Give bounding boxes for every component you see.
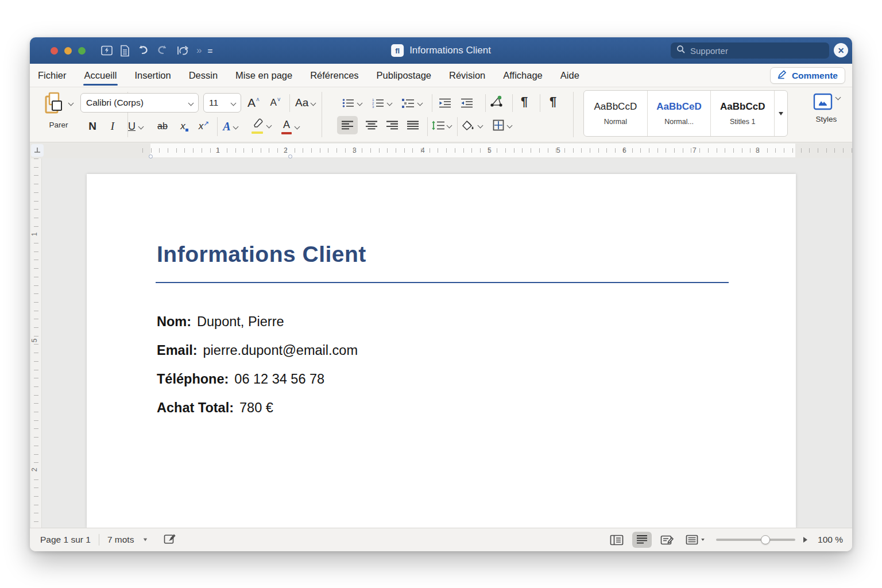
page-indicator[interactable]: Page 1 sur 1: [40, 535, 91, 545]
change-case-button[interactable]: Aa: [295, 94, 315, 112]
italic-button[interactable]: I: [105, 117, 121, 136]
tab-publipostage[interactable]: Publipostage: [376, 67, 432, 84]
tab-aide[interactable]: Aide: [559, 67, 581, 84]
new-document-icon[interactable]: [120, 45, 130, 57]
zoom-window-button[interactable]: [78, 47, 86, 55]
tab-accueil[interactable]: Accueill: [83, 67, 118, 84]
zoom-level[interactable]: 100 %: [813, 535, 843, 545]
more-commands-icon[interactable]: »: [196, 45, 200, 56]
traffic-lights: [51, 47, 86, 55]
redo-icon[interactable]: [156, 45, 169, 56]
align-left-button[interactable]: [337, 116, 358, 134]
line-spacing-button[interactable]: [432, 116, 451, 134]
show-paragraph-marks-button[interactable]: ¶: [517, 92, 532, 111]
numbered-list-button[interactable]: 1 2 3: [372, 94, 392, 112]
sort-button[interactable]: [489, 92, 504, 111]
styles-gallery-more-button[interactable]: [775, 91, 787, 136]
style-titre-1[interactable]: AaBbCcD Stitles 1: [711, 91, 775, 136]
align-center-button[interactable]: [361, 116, 382, 134]
multilevel-list-icon: [402, 98, 415, 108]
paint-bucket-icon: [462, 120, 475, 131]
view-draft-button[interactable]: [607, 532, 626, 548]
paste-label: Parer: [38, 121, 79, 129]
align-right-button[interactable]: [382, 116, 403, 134]
field-email[interactable]: Email: pierre.dupont@email.com: [157, 336, 358, 365]
ribbon: Parer Calibri (Corps) 11 A˄ A˅ Aa N I U: [30, 87, 852, 142]
word-count[interactable]: 7 mots: [107, 535, 134, 545]
style-normal-selected[interactable]: AaBbCeD Normal...: [648, 91, 711, 136]
underline-button[interactable]: U: [123, 117, 148, 136]
grow-font-button[interactable]: A˄: [246, 94, 261, 112]
word-count-dropdown-icon[interactable]: [144, 539, 147, 541]
tab-revision[interactable]: Révision: [448, 67, 486, 84]
superscript-button[interactable]: x ↗: [195, 117, 212, 136]
tab-mise-en-page[interactable]: Mise en page: [234, 67, 293, 84]
field-telephone[interactable]: Téléphone: 06 12 34 56 78: [157, 365, 358, 393]
shrink-font-button[interactable]: A˅: [268, 94, 283, 112]
subscript-button[interactable]: x: [176, 117, 193, 136]
autosave-icon[interactable]: [100, 45, 113, 56]
minimize-window-button[interactable]: [64, 47, 72, 55]
superscript-mark: ↗: [203, 119, 209, 127]
multilevel-list-button[interactable]: [402, 94, 422, 112]
view-print-layout-button[interactable]: [632, 532, 652, 548]
vertical-ruler: 1 5 2: [31, 158, 42, 528]
search-icon: [676, 45, 686, 56]
document-body[interactable]: Nom: Dupont, Pierre Email: pierre.dupont…: [157, 307, 358, 422]
document-page[interactable]: Informations Client Nom: Dupont, Pierre …: [87, 174, 796, 528]
horizontal-ruler: 1 2 3 4 5 5 6 7 8: [30, 142, 852, 158]
view-outline-button[interactable]: [683, 532, 708, 548]
style-normal[interactable]: AaBbCcD Normal: [584, 91, 648, 136]
zoom-in-marker-icon[interactable]: [803, 537, 807, 543]
zoom-slider[interactable]: [716, 539, 795, 541]
paste-dropdown-chevron[interactable]: [68, 100, 74, 106]
line-spacing-icon: [432, 121, 444, 130]
shading-button[interactable]: [462, 116, 482, 134]
indent-marker[interactable]: [288, 154, 292, 158]
field-nom[interactable]: Nom: Dupont, Pierre: [157, 307, 358, 336]
font-size-select[interactable]: 11: [203, 93, 241, 113]
document-badge-icon: fl: [391, 44, 404, 57]
tab-insertion[interactable]: Insertion: [133, 67, 172, 84]
svg-text:3: 3: [372, 105, 374, 108]
styles-pane-icon: [813, 93, 833, 110]
document-heading[interactable]: Informations Client: [157, 242, 366, 267]
close-window-button[interactable]: [51, 47, 58, 55]
increase-indent-button[interactable]: [459, 94, 474, 112]
tab-dessin[interactable]: Dessin: [188, 67, 219, 84]
font-color-button[interactable]: A: [281, 117, 299, 136]
comment-button[interactable]: Commente: [770, 67, 845, 84]
tab-references[interactable]: Références: [309, 67, 359, 84]
numbered-list-icon: 1 2 3: [372, 98, 384, 108]
tab-affichage[interactable]: Affichage: [502, 67, 544, 84]
close-search-icon[interactable]: ✕: [834, 43, 848, 57]
decrease-indent-button[interactable]: [438, 94, 452, 112]
align-left-icon: [342, 121, 353, 130]
customize-toolbar-icon[interactable]: =: [207, 46, 212, 56]
comment-pen-icon: [777, 70, 788, 82]
borders-button[interactable]: [493, 116, 512, 134]
bold-button[interactable]: N: [84, 117, 101, 136]
view-dropdown-icon[interactable]: [701, 539, 705, 541]
highlight-color-button[interactable]: [252, 116, 271, 134]
font-name-select[interactable]: Calibri (Corps): [80, 93, 199, 113]
view-editing-button[interactable]: [657, 532, 677, 548]
paste-button[interactable]: Parer: [38, 92, 79, 129]
search-input[interactable]: [690, 46, 823, 56]
indent-marker[interactable]: [149, 154, 153, 158]
undo-icon[interactable]: [137, 45, 149, 56]
strikethrough-button[interactable]: ab: [153, 117, 172, 136]
tab-stop-selector[interactable]: [31, 144, 44, 157]
tab-fichier[interactable]: Fichier: [37, 67, 68, 84]
field-achat-total[interactable]: Achat Total: 780 €: [157, 393, 358, 422]
repeat-icon[interactable]: [176, 45, 189, 57]
styles-pane-button[interactable]: Styles: [806, 93, 846, 123]
zoom-slider-knob[interactable]: [761, 535, 770, 544]
justify-button[interactable]: [403, 116, 423, 134]
new-comment-icon[interactable]: [164, 533, 176, 547]
heading-rule: [156, 282, 729, 283]
paragraph-settings-button[interactable]: ¶: [546, 92, 560, 111]
text-effects-button[interactable]: A: [223, 117, 238, 136]
bullet-list-button[interactable]: [342, 94, 362, 112]
search-box[interactable]: [671, 42, 829, 59]
